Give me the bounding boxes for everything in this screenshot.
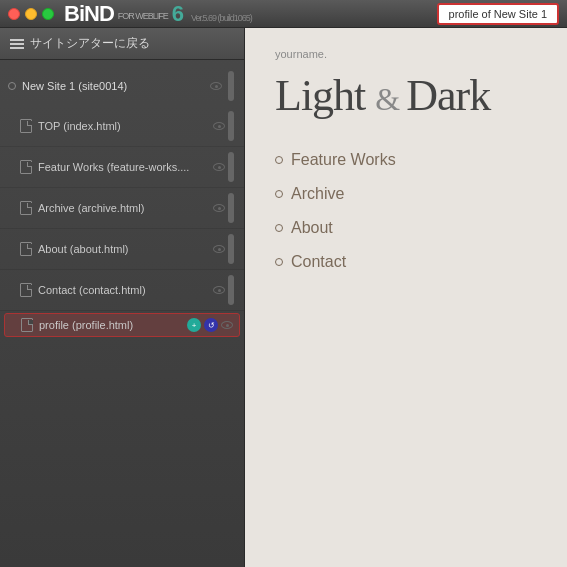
preview-title: Light & Dark [275,70,537,121]
tree-item-contact[interactable]: Contact (contact.html) [0,270,244,311]
page-icon [20,160,32,174]
item-icons [213,152,236,182]
scroll-bar [228,275,234,305]
site-header[interactable]: New Site 1 (site0014) [0,66,244,106]
tree-item-top[interactable]: TOP (index.html) [0,106,244,147]
eye-icon[interactable] [221,321,233,329]
traffic-lights [8,8,54,20]
preview-content: yourname. Light & Dark Feature Works Arc… [245,28,567,291]
eye-icon[interactable] [213,163,225,171]
title-part1: Light [275,71,365,120]
page-icon [20,242,32,256]
nav-label: Contact [291,253,346,271]
title-part2: Dark [406,71,490,120]
green-action-icon[interactable]: + [187,318,201,332]
title-bar: BiND FOR WEBLIFE 6 Ver.5.69 (build1065) … [0,0,567,28]
nav-item-feature-works: Feature Works [275,151,537,169]
item-icons: + ↺ [187,318,233,332]
scroll-indicator [228,71,234,101]
site-dot [8,82,16,90]
nav-label: Archive [291,185,344,203]
nav-circle [275,258,283,266]
preview-tagline: yourname. [275,48,537,60]
eye-icon[interactable] [213,286,225,294]
hamburger-icon [10,39,24,49]
app-logo: BiND FOR WEBLIFE 6 Ver.5.69 (build1065) [64,1,252,27]
tab-bar: profile of New Site 1 [437,3,559,25]
nav-circle [275,224,283,232]
close-button[interactable] [8,8,20,20]
blue-action-icon[interactable]: ↺ [204,318,218,332]
page-icon [21,318,33,332]
eye-icon[interactable] [213,245,225,253]
item-name: TOP (index.html) [38,120,207,132]
nav-label: Feature Works [291,151,396,169]
scroll-bar [228,193,234,223]
nav-item-contact: Contact [275,253,537,271]
eye-icon[interactable] [213,204,225,212]
preview-nav: Feature Works Archive About Contact [275,151,537,271]
item-name: About (about.html) [38,243,207,255]
item-icons [213,111,236,141]
item-icons [213,193,236,223]
tree-item-about[interactable]: About (about.html) [0,229,244,270]
title-amp: & [375,81,406,117]
preview-panel: yourname. Light & Dark Feature Works Arc… [245,28,567,567]
scroll-bar [228,111,234,141]
nav-label: About [291,219,333,237]
scroll-bar [228,234,234,264]
tree-item-archive[interactable]: Archive (archive.html) [0,188,244,229]
nav-item-archive: Archive [275,185,537,203]
sidebar: サイトシアターに戻る New Site 1 (site0014) TOP (in… [0,28,245,567]
back-button[interactable]: サイトシアターに戻る [0,28,244,60]
page-icon [20,119,32,133]
nav-circle [275,190,283,198]
tree-item-featur-works[interactable]: Featur Works (feature-works.... [0,147,244,188]
back-button-label: サイトシアターに戻る [30,35,150,52]
item-icons [213,234,236,264]
nav-circle [275,156,283,164]
item-name: Contact (contact.html) [38,284,207,296]
item-name: Featur Works (feature-works.... [38,161,207,173]
site-eye-icon[interactable] [210,82,222,90]
item-name: Archive (archive.html) [38,202,207,214]
page-icon [20,201,32,215]
item-icons [213,275,236,305]
site-name: New Site 1 (site0014) [22,80,204,92]
eye-icon[interactable] [213,122,225,130]
tree-section: New Site 1 (site0014) TOP (index.html) F… [0,60,244,567]
active-tab[interactable]: profile of New Site 1 [437,3,559,25]
nav-item-about: About [275,219,537,237]
scroll-bar [228,152,234,182]
maximize-button[interactable] [42,8,54,20]
item-name: profile (profile.html) [39,319,181,331]
page-icon [20,283,32,297]
tree-item-profile[interactable]: profile (profile.html) + ↺ [4,313,240,337]
minimize-button[interactable] [25,8,37,20]
main-area: サイトシアターに戻る New Site 1 (site0014) TOP (in… [0,28,567,567]
